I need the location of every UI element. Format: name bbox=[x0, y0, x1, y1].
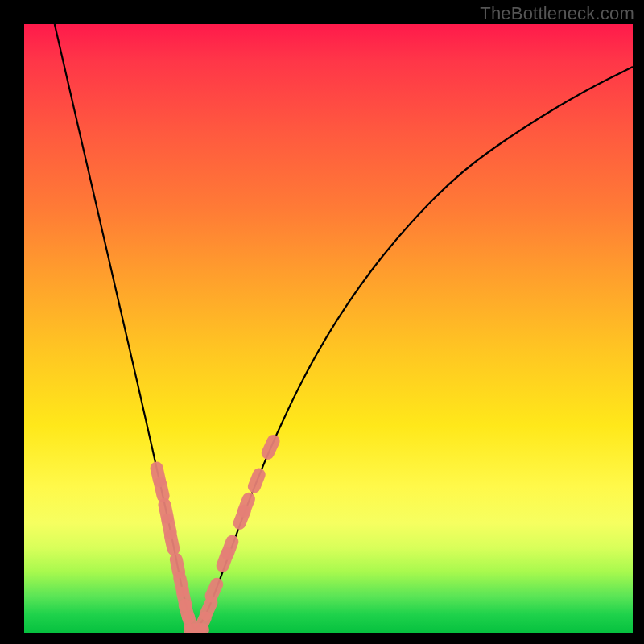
bottleneck-curve bbox=[55, 24, 633, 628]
plot-area bbox=[24, 24, 633, 633]
right-marker-4 bbox=[228, 542, 233, 554]
chart-frame: TheBottleneck.com bbox=[0, 0, 644, 644]
left-marker-5 bbox=[171, 536, 173, 549]
watermark-text: TheBottleneck.com bbox=[480, 3, 634, 24]
right-marker-2 bbox=[212, 584, 217, 597]
right-marker-8 bbox=[268, 441, 274, 453]
left-marker-2 bbox=[160, 484, 163, 497]
right-marker-1 bbox=[206, 603, 212, 615]
curve-svg bbox=[24, 24, 633, 633]
data-markers bbox=[157, 441, 274, 630]
bottleneck-curve-path bbox=[55, 24, 633, 628]
right-marker-7 bbox=[254, 475, 259, 487]
left-marker-6 bbox=[176, 559, 179, 572]
right-marker-6 bbox=[244, 499, 249, 511]
